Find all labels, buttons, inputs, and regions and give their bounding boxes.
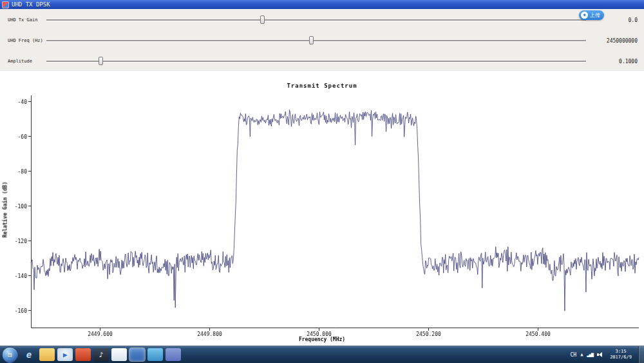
- music-app-glyph: ♪: [99, 351, 104, 359]
- language-indicator[interactable]: CH: [570, 352, 576, 358]
- uhd-tx-gain-slider[interactable]: [46, 13, 586, 27]
- window-title: UHD TX DPSK: [12, 2, 50, 8]
- show-desktop-button[interactable]: [638, 346, 644, 363]
- taskbar-icons: e▶♪: [21, 346, 181, 363]
- uhd-freq-slider[interactable]: [46, 34, 586, 48]
- slider-thumb[interactable]: [309, 36, 314, 44]
- spectrum-chart: Transmit Spectrum Relative Gain (dB) Fre…: [0, 71, 644, 346]
- active-app-icon[interactable]: [129, 348, 145, 361]
- amplitude-value: 0.1000: [586, 59, 638, 64]
- file-explorer-icon[interactable]: [39, 348, 55, 361]
- desktop: UHD TX DPSK ◆ 上传 UHD Tx Gain 0.0 UHD Fre…: [0, 0, 644, 363]
- app-window: ◆ 上传 UHD Tx Gain 0.0 UHD Freq (Hz) 24500…: [0, 9, 644, 346]
- uhd-freq-label: UHD Freq (Hz): [8, 38, 46, 43]
- internet-explorer-glyph: e: [26, 349, 32, 360]
- control-panel: UHD Tx Gain 0.0 UHD Freq (Hz) 2450000000…: [0, 13, 644, 75]
- upload-button[interactable]: ◆ 上传: [579, 10, 604, 20]
- uhd-tx-gain-label: UHD Tx Gain: [8, 17, 46, 23]
- window-titlebar[interactable]: UHD TX DPSK: [0, 0, 644, 9]
- clock-date: 2017/6/9: [607, 355, 634, 360]
- media-player-icon[interactable]: ▶: [57, 348, 73, 361]
- purple-app-icon[interactable]: [166, 348, 181, 361]
- slider-thumb[interactable]: [260, 15, 265, 24]
- slider-row-amplitude: Amplitude 0.1000: [8, 54, 638, 68]
- chart-title: Transmit Spectrum: [287, 83, 357, 89]
- x-axis-label: Frequency (MHz): [299, 337, 345, 342]
- taskbar: ⊞ e▶♪ CH ▲ ▂▄▆ 3:15 2017/6/9: [0, 346, 644, 363]
- start-button[interactable]: ⊞: [2, 347, 18, 363]
- chat-app-icon[interactable]: [147, 348, 163, 361]
- y-axis-label: Relative Gain (dB): [3, 184, 8, 238]
- slider-track: [46, 61, 586, 62]
- notes-app-icon[interactable]: [111, 348, 127, 361]
- music-app-icon[interactable]: ♪: [93, 348, 109, 361]
- amplitude-slider[interactable]: [46, 54, 586, 68]
- slider-thumb[interactable]: [99, 57, 103, 65]
- red-app-icon[interactable]: [75, 348, 91, 361]
- slider-row-uhd-freq: UHD Freq (Hz) 2450000000: [8, 34, 638, 48]
- media-player-glyph: ▶: [63, 351, 68, 359]
- system-tray: CH ▲ ▂▄▆ 3:15 2017/6/9: [570, 346, 644, 363]
- clock-time: 3:15: [607, 349, 634, 355]
- upload-button-label: 上传: [590, 12, 600, 19]
- uhd-freq-value: 2450000000: [586, 38, 638, 44]
- slider-row-uhd-tx-gain: UHD Tx Gain 0.0: [8, 13, 638, 27]
- tray-expand-icon[interactable]: ▲: [580, 352, 583, 357]
- slider-track: [46, 19, 586, 21]
- windows-logo-icon: ⊞: [8, 351, 12, 358]
- slider-track: [46, 40, 586, 41]
- clock[interactable]: 3:15 2017/6/9: [607, 349, 634, 360]
- app-icon: [2, 1, 9, 8]
- volume-icon[interactable]: [597, 351, 603, 358]
- amplitude-label: Amplitude: [8, 59, 46, 64]
- internet-explorer-icon[interactable]: e: [21, 348, 37, 361]
- network-icon[interactable]: ▂▄▆: [587, 352, 593, 357]
- recorder-logo-icon: ◆: [581, 12, 588, 19]
- spectrum-plot[interactable]: [0, 71, 644, 346]
